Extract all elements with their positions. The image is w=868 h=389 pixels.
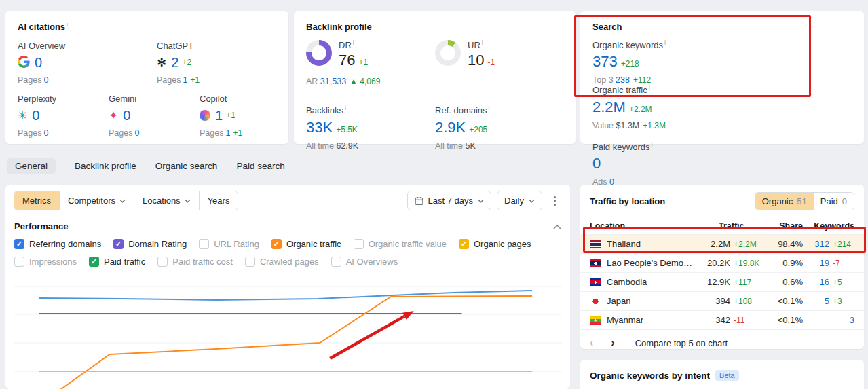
search-card: Search Organic keywords 373+218 Top 3 23… (580, 11, 864, 144)
ai-citations-card: AI citations AI Overview 0 Pages0 ChatGP… (5, 11, 288, 144)
calendar-icon (415, 196, 423, 205)
next-page-chevron-icon[interactable]: › (611, 337, 614, 348)
compare-top5-link[interactable]: Compare top 5 on chart (635, 338, 728, 348)
ai-citation-ai-overview: AI Overview 0 Pages0 (18, 41, 157, 85)
checkbox (14, 239, 24, 249)
chatgpt-count[interactable]: 2 (171, 55, 178, 71)
info-icon[interactable] (652, 142, 653, 148)
copilot-count[interactable]: 1 (215, 108, 223, 124)
years-segment[interactable]: Years (199, 191, 238, 210)
metric-domain-rating[interactable]: Domain Rating (113, 239, 187, 249)
metric-organic-pages[interactable]: Organic pages (459, 239, 531, 249)
info-icon[interactable] (649, 85, 650, 91)
cambodia-flag-icon (590, 278, 601, 286)
gemini-count[interactable]: 0 (123, 108, 130, 124)
info-icon[interactable] (664, 40, 666, 46)
prev-page-chevron-icon[interactable]: ‹ (590, 337, 593, 348)
paid-keywords-value[interactable]: 0 (592, 155, 601, 172)
keywords-link[interactable]: 3 (850, 315, 854, 325)
keywords-link[interactable]: 312 (814, 239, 829, 249)
tab-organic-search[interactable]: Organic search (155, 158, 218, 174)
location-row-laos[interactable]: Lao People's Democratic Reput 20.2K+19.8… (580, 253, 864, 272)
ai-overview-count[interactable]: 0 (35, 55, 42, 71)
info-icon[interactable] (489, 105, 490, 111)
metric-referring-domains[interactable]: Referring domains (14, 239, 101, 249)
pages-count[interactable]: 0 (43, 75, 48, 85)
performance-line-chart[interactable] (14, 263, 562, 389)
chevron-down-icon (529, 199, 535, 203)
location-row-myanmar[interactable]: Myanmar 342-11 <0.1% 3 (580, 310, 864, 329)
more-options-kebab-icon[interactable] (548, 191, 562, 210)
perplexity-count[interactable]: 0 (32, 108, 39, 124)
date-range-button[interactable]: Last 7 days (407, 191, 492, 210)
checkbox (271, 239, 282, 249)
ref-domains-block: Ref. domains 2.9K+205 All time 5K (435, 105, 564, 150)
keywords-link[interactable]: 5 (825, 296, 829, 306)
domain-rating-block: DR 76+1 (306, 40, 435, 69)
top3-value[interactable]: 238 (616, 75, 630, 85)
ai-citation-perplexity: Perplexity ✳ 0 Pages0 (18, 94, 109, 138)
tab-backlink-profile[interactable]: Backlink profile (75, 158, 136, 174)
backlinks-value[interactable]: 33K (306, 119, 333, 136)
granularity-button[interactable]: Daily (497, 191, 542, 210)
keywords-by-intent-title: Organic keywords by intent (590, 371, 710, 381)
pages-count[interactable]: 0 (134, 128, 139, 138)
tab-paid-search[interactable]: Paid search (236, 158, 284, 174)
ar-value[interactable]: 31,533 (320, 77, 346, 86)
tab-general[interactable]: General (7, 158, 56, 174)
thailand-flag-icon (590, 240, 601, 248)
ai-citation-chatgpt: ChatGPT ✻ 2 +2 Pages1+1 (157, 41, 200, 85)
chevron-down-icon (119, 199, 126, 203)
organic-paid-toggle: Organic51 Paid0 (755, 192, 854, 210)
organic-keywords-block: Organic keywords 373+218 Top 3 238+112 (592, 40, 730, 85)
ur-donut-chart (435, 40, 461, 66)
pages-count[interactable]: 1 (225, 128, 230, 138)
search-title: Search (592, 22, 622, 32)
performance-card: Metrics Competitors Locations Years Last… (5, 185, 570, 389)
metric-organic-traffic[interactable]: Organic traffic (271, 239, 341, 249)
ref-domains-value[interactable]: 2.9K (435, 119, 466, 136)
metric-url-rating[interactable]: URL Rating (199, 239, 259, 249)
organic-traffic-block: Organic traffic 2.2M+2.2M Value $1.3M+1.… (592, 85, 730, 130)
location-row-thailand[interactable]: Thailand 2.2M+2.2M 98.4% 312+214 (580, 234, 864, 253)
competitors-dropdown[interactable]: Competitors (59, 191, 134, 210)
laos-flag-icon (590, 259, 601, 267)
location-row-cambodia[interactable]: Cambodia 12.9K+117 0.6% 16+5 (580, 272, 864, 291)
keywords-link[interactable]: 19 (820, 258, 829, 268)
japan-flag-icon (590, 297, 601, 305)
metrics-segment[interactable]: Metrics (14, 191, 59, 210)
organic-traffic-value[interactable]: 2.2M (592, 98, 626, 115)
paid-keywords-block: Paid keywords 0 Ads 0 (592, 142, 730, 187)
location-table-header: Location Traffic Share Keywords (580, 217, 864, 234)
perplexity-icon: ✳ (18, 110, 27, 122)
organic-keywords-value[interactable]: 373 (592, 53, 618, 70)
ahrefs-rank-line: AR 31,533▲ 4,069 (306, 77, 435, 86)
checkbox (199, 239, 209, 249)
collapse-chevron-up-icon[interactable] (553, 224, 561, 229)
chart-filter-segments: Metrics Competitors Locations Years (14, 191, 238, 210)
dr-donut-chart (306, 40, 332, 66)
info-icon[interactable] (345, 105, 346, 111)
beta-badge: Beta (715, 370, 739, 381)
google-icon (18, 56, 30, 70)
metric-organic-traffic-value[interactable]: Organic traffic value (354, 239, 447, 249)
chatgpt-icon: ✻ (157, 57, 166, 69)
location-row-japan[interactable]: Japan 394+108 <0.1% 5+3 (580, 291, 864, 310)
backlink-profile-card: Backlink profile DR 76+1 AR 31,533▲ 4,06… (294, 11, 576, 144)
backlinks-block: Backlinks 33K+5.5K All time 62.9K (306, 105, 435, 150)
section-tabs: General Backlink profile Organic search … (7, 158, 285, 174)
info-icon[interactable] (353, 40, 354, 46)
keywords-link[interactable]: 16 (820, 277, 829, 287)
locations-dropdown[interactable]: Locations (134, 191, 199, 210)
info-icon[interactable] (67, 22, 68, 28)
pages-count[interactable]: 1 (183, 75, 187, 85)
toggle-paid[interactable]: Paid0 (814, 193, 854, 210)
traffic-by-location-card: Traffic by location Organic51 Paid0 Loca… (580, 185, 864, 349)
checkbox (113, 239, 124, 249)
toggle-organic[interactable]: Organic51 (755, 193, 814, 210)
myanmar-flag-icon (590, 316, 601, 325)
info-icon[interactable] (482, 40, 483, 46)
checkbox (354, 239, 364, 249)
checkbox (459, 239, 469, 249)
pages-count[interactable]: 0 (43, 128, 48, 138)
